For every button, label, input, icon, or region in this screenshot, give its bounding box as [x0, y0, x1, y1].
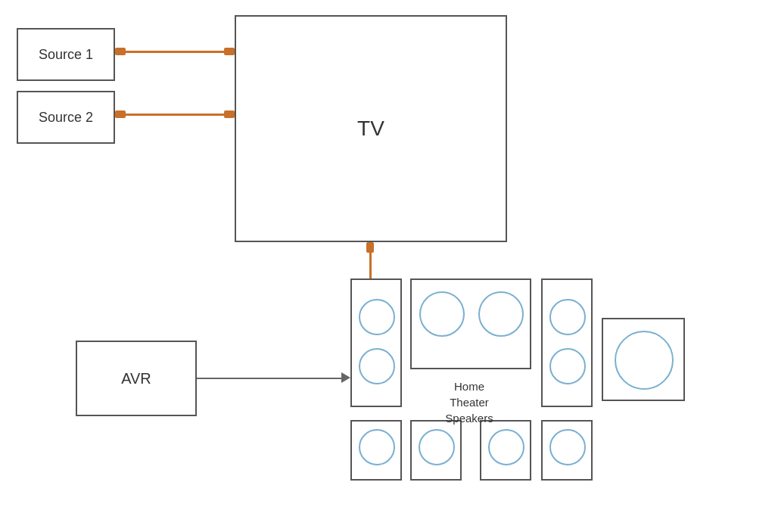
avr-box: AVR: [76, 341, 197, 416]
speaker-circle-sub: [615, 331, 674, 390]
speaker-circle-b2: [419, 429, 455, 465]
plug-left-1: [115, 48, 126, 55]
speaker-left-tall: [350, 278, 402, 407]
speaker-circle-cw1: [419, 291, 465, 337]
speaker-circle-b1: [359, 429, 395, 465]
speaker-circle-lt2: [359, 348, 395, 384]
tv-box: TV: [235, 15, 507, 242]
speaker-bottom-1: [350, 420, 402, 481]
speaker-circle-lt: [359, 299, 395, 335]
plug-left-2: [115, 110, 126, 118]
source2-box: Source 2: [17, 91, 115, 144]
speaker-bottom-4: [541, 420, 593, 481]
ht-label-line1: Home: [454, 380, 484, 393]
connector-source1-tv: [115, 49, 235, 54]
source2-label: Source 2: [39, 110, 93, 126]
speaker-bottom-3: [480, 420, 531, 481]
diagram: Source 1 Source 2 TV AVR: [0, 0, 775, 532]
speaker-bottom-2: [410, 420, 462, 481]
plug-top-v: [366, 242, 374, 253]
avr-label: AVR: [121, 370, 151, 387]
tv-label: TV: [357, 117, 384, 141]
ht-label-line3: Speakers: [445, 412, 493, 425]
plug-right-2: [224, 110, 235, 118]
avr-arrow-line: [197, 378, 344, 379]
speaker-circle-b4: [549, 429, 586, 465]
speaker-circle-b3: [488, 429, 524, 465]
avr-arrow-head: [341, 372, 350, 383]
source1-label: Source 1: [39, 47, 93, 63]
speaker-circle-rt: [549, 299, 586, 335]
plug-right-1: [224, 48, 235, 55]
speaker-sub: [602, 318, 685, 401]
speaker-circle-cw2: [478, 291, 524, 337]
speaker-right-tall: [541, 278, 593, 407]
source1-box: Source 1: [17, 28, 115, 81]
ht-speakers-label: Home Theater Speakers: [424, 378, 515, 426]
speaker-center-wide: [410, 278, 531, 369]
speaker-circle-rt2: [549, 348, 586, 384]
connector-source2-tv: [115, 112, 235, 117]
ht-label-line2: Theater: [450, 396, 489, 409]
